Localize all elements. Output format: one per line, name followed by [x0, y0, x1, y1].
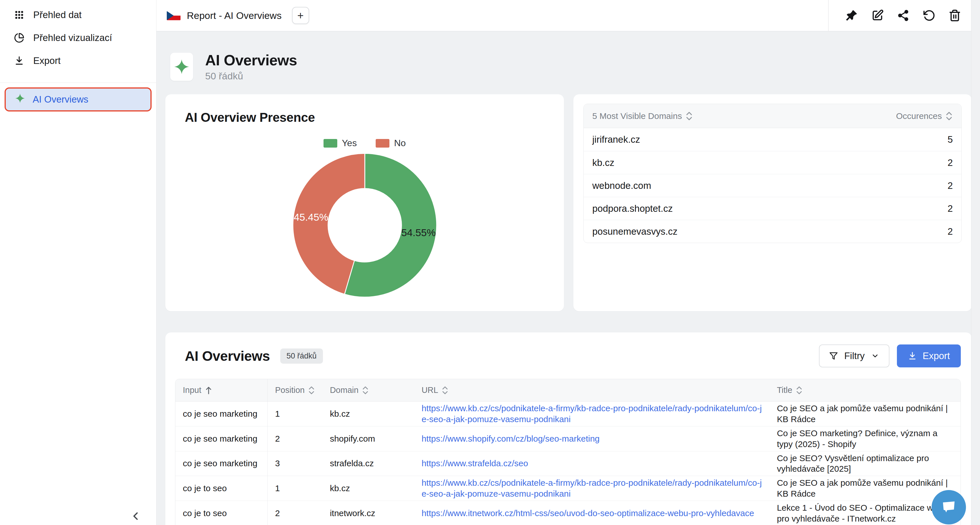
sidebar-item-label: Export [33, 55, 60, 66]
column-header-url[interactable]: URL [414, 379, 769, 401]
report-tab[interactable]: Report - AI Overviews [167, 10, 282, 21]
input-cell: co je seo marketing [175, 451, 268, 476]
sidebar-item-label: AI Overviews [33, 94, 88, 105]
pin-button[interactable] [845, 9, 858, 22]
sort-icon [308, 386, 315, 395]
url-cell: https://www.shopify.com/cz/blog/seo-mark… [414, 426, 769, 451]
title-cell: Co je SEO marketing? Definice, význam a … [769, 426, 961, 451]
legend-label: Yes [342, 138, 357, 148]
undo-icon [923, 9, 935, 22]
column-header-domain[interactable]: Domain [322, 379, 414, 401]
sidebar-collapse-button[interactable] [129, 510, 142, 523]
main-area: Report - AI Overviews + [156, 0, 980, 525]
position-cell: 3 [268, 451, 322, 476]
page-title: AI Overviews [205, 52, 297, 69]
result-table-row: co je to seo 1 kb.cz https://www.kb.cz/c… [175, 476, 961, 501]
legend-label: No [394, 138, 406, 148]
result-table-row: co je to seo 2 itnetwork.cz https://www.… [175, 501, 961, 525]
pin-icon [845, 9, 858, 22]
sidebar-item-prehled-dat[interactable]: Přehled dat [0, 3, 156, 26]
column-header-domains[interactable]: 5 Most Visible Domains [584, 104, 816, 128]
sidebar: Přehled dat Přehled vizualizací Export A… [0, 0, 156, 525]
domain-cell: jirifranek.cz [584, 128, 816, 151]
chevron-down-icon [871, 352, 879, 360]
occurences-cell: 5 [816, 128, 961, 151]
domain-cell: posunemevasvys.cz [584, 220, 816, 243]
add-tab-button[interactable]: + [292, 7, 309, 24]
input-cell: co je seo marketing [175, 401, 268, 426]
chart-title: AI Overview Presence [185, 110, 544, 125]
page-subtitle: 50 řádků [205, 70, 297, 82]
result-url-link[interactable]: https://www.kb.cz/cs/podnikatele-a-firmy… [422, 478, 762, 498]
topbar: Report - AI Overviews + [156, 0, 980, 32]
donut-data-label: 45.45% [294, 212, 328, 223]
column-header-position[interactable]: Position [268, 379, 322, 401]
position-cell: 2 [268, 501, 322, 525]
chart-legend: Yes No [185, 138, 544, 148]
domain-table-row: podpora.shoptet.cz 2 [584, 197, 961, 220]
result-table-row: co je seo marketing 3 strafelda.cz https… [175, 451, 961, 476]
edit-button[interactable] [871, 9, 884, 22]
grid-icon [14, 10, 25, 20]
result-url-link[interactable]: https://www.strafelda.cz/seo [422, 458, 528, 468]
title-cell: Co je SEO a jak pomůže vašemu podnikání … [769, 476, 961, 501]
download-icon [14, 55, 25, 66]
domains-table: 5 Most Visible Domains Occurences [584, 104, 962, 243]
delete-button[interactable] [948, 9, 961, 22]
edit-icon [871, 9, 884, 22]
chat-button[interactable] [932, 490, 966, 524]
sidebar-item-export[interactable]: Export [0, 49, 156, 72]
report-tab-label: Report - AI Overviews [187, 10, 282, 21]
sidebar-nav: Přehled dat Přehled vizualizací Export [0, 3, 156, 72]
legend-swatch [323, 139, 337, 148]
domain-table-row: jirifranek.cz 5 [584, 128, 961, 151]
donut-data-label: 54.55% [401, 227, 436, 239]
input-cell: co je to seo [175, 476, 268, 501]
result-url-link[interactable]: https://www.shopify.com/cz/blog/seo-mark… [422, 434, 600, 443]
table-card-header: AI Overviews 50 řádků Filtry Export [175, 344, 961, 368]
app-window: Přehled dat Přehled vizualizací Export A… [0, 0, 980, 525]
result-url-link[interactable]: https://www.kb.cz/cs/podnikatele-a-firmy… [422, 404, 762, 424]
share-button[interactable] [897, 9, 910, 22]
occurences-cell: 2 [816, 220, 961, 243]
result-table-row: co je seo marketing 2 shopify.com https:… [175, 426, 961, 451]
pie-chart-icon [14, 32, 25, 43]
chevron-left-icon [129, 510, 142, 522]
download-icon [908, 352, 917, 361]
sparkle-icon [173, 59, 190, 75]
page-content: AI Overviews 50 řádků AI Overview Presen… [156, 32, 980, 525]
sparkle-icon [15, 93, 25, 106]
column-header-title[interactable]: Title [769, 379, 961, 401]
export-button[interactable]: Export [897, 344, 961, 368]
result-url-link[interactable]: https://www.itnetwork.cz/html-css/seo/uv… [422, 508, 754, 518]
filters-button[interactable]: Filtry [819, 344, 889, 368]
sort-icon [945, 111, 953, 121]
domain-cell: kb.cz [322, 401, 414, 426]
visible-domains-card: 5 Most Visible Domains Occurences [573, 94, 972, 311]
input-cell: co je seo marketing [175, 426, 268, 451]
topbar-actions [828, 0, 980, 31]
url-cell: https://www.kb.cz/cs/podnikatele-a-firmy… [414, 476, 769, 501]
cards-row: AI Overview Presence Yes No 54.55%45.45% [165, 94, 972, 311]
position-cell: 1 [268, 476, 322, 501]
sidebar-item-prehled-vizualizaci[interactable]: Přehled vizualizací [0, 26, 156, 49]
column-header-occurences[interactable]: Occurences [816, 104, 961, 128]
occurences-cell: 2 [816, 151, 961, 174]
ai-overviews-table-card: AI Overviews 50 řádků Filtry Export [165, 332, 972, 525]
czech-flag-icon [167, 11, 181, 20]
domain-cell: kb.cz [322, 476, 414, 501]
sort-icon [362, 386, 369, 395]
undo-button[interactable] [923, 9, 935, 22]
domain-cell: podpora.shoptet.cz [584, 197, 816, 220]
legend-swatch [375, 139, 390, 148]
sidebar-item-label: Přehled dat [33, 10, 82, 20]
occurences-cell: 2 [816, 174, 961, 197]
sort-icon [442, 386, 449, 395]
scrollbar-track[interactable] [971, 0, 980, 525]
section-title: AI Overviews [185, 348, 270, 364]
row-count-badge: 50 řádků [280, 348, 323, 364]
sidebar-item-ai-overviews[interactable]: AI Overviews [5, 88, 151, 111]
column-header-input[interactable]: Input [175, 379, 268, 401]
legend-item: Yes [323, 138, 357, 148]
domain-cell: kb.cz [584, 151, 816, 174]
